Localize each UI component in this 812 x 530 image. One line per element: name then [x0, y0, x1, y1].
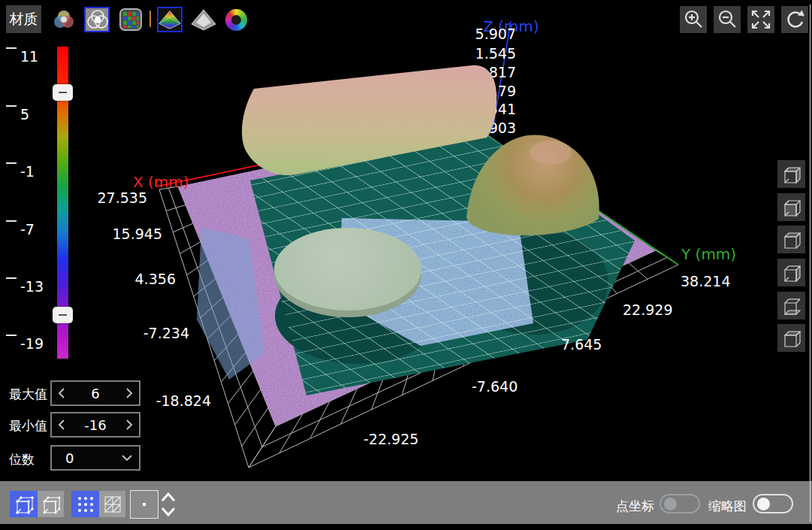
view-cube-button-5[interactable] [777, 292, 805, 320]
point-render-button-active[interactable] [71, 491, 99, 517]
zoom-in-button[interactable] [680, 6, 707, 33]
min-value: -16 [65, 417, 125, 433]
max-value-label: 最大值 [9, 386, 47, 403]
expand-arrows-icon [749, 8, 773, 32]
window-edge [810, 5, 810, 522]
gray-surface-button[interactable] [191, 7, 216, 32]
y-tick: -22.925 [364, 431, 418, 447]
colorbar-tick-mark [6, 277, 17, 279]
x-axis-label: X (mm) [133, 173, 189, 191]
toggle-knob [757, 498, 770, 510]
dome-highlight [530, 141, 572, 165]
bayer-grid-icon [119, 8, 143, 32]
view-cube-button-2[interactable] [777, 193, 805, 221]
x-tick: 27.535 [98, 189, 147, 206]
stepper-right-chevron-icon[interactable] [125, 419, 133, 431]
bayer-pattern-button[interactable] [118, 7, 143, 32]
colorbar-tick-label: -13 [20, 278, 44, 295]
y-axis-label: Y (mm) [681, 245, 736, 263]
colorbar-tick-mark [6, 47, 17, 49]
colorbar-max-handle[interactable] [53, 84, 73, 101]
digits-dropdown[interactable]: 0 [50, 445, 140, 471]
colorbar-tick-mark [6, 220, 17, 222]
thumbnail-label: 缩略图 [708, 498, 747, 515]
digits-value: 0 [58, 450, 121, 466]
point-size-preview [130, 490, 158, 519]
chevron-down-icon [121, 454, 133, 462]
cube-icon [780, 162, 804, 186]
min-value-label: 最小值 [9, 417, 47, 435]
chevron-up-icon[interactable] [161, 492, 176, 502]
view-cube-button-1[interactable] [777, 160, 805, 188]
show-points-button-active[interactable] [10, 491, 38, 517]
cube-icon [780, 294, 804, 318]
height-colormap-button[interactable] [157, 7, 183, 32]
zoom-out-button[interactable] [714, 6, 741, 33]
min-value-stepper[interactable]: -16 [50, 412, 140, 438]
y-tick: 22.929 [623, 301, 672, 318]
point-coordinates-toggle[interactable] [660, 494, 700, 513]
cube-icon [40, 493, 62, 516]
toolbar-separator [149, 11, 151, 27]
cube-icon [780, 195, 804, 220]
view-cube-button-6[interactable] [777, 324, 805, 352]
rgb-channels-button[interactable] [51, 7, 77, 32]
z-tick: 1.545 [475, 45, 516, 62]
cube-icon [780, 261, 804, 285]
colorbar-tick-mark [6, 162, 17, 164]
gray-channels-button[interactable] [84, 7, 110, 32]
toggle-knob [664, 498, 677, 510]
chevron-down-icon[interactable] [161, 507, 176, 517]
show-surface-button[interactable] [38, 491, 64, 517]
stepper-left-chevron-icon[interactable] [58, 387, 65, 399]
x-tick: 15.945 [113, 226, 162, 242]
rgb-venn-icon [52, 8, 76, 32]
point-dot-icon [143, 503, 146, 506]
point-coordinates-label: 点坐标 [616, 498, 654, 515]
mesh-grid-icon [101, 493, 124, 516]
colorbar-tick-label: -19 [20, 335, 44, 352]
color-wheel-icon [225, 9, 247, 31]
x-tick: -18.824 [156, 392, 211, 409]
gray-venn-icon [86, 8, 108, 32]
stepper-left-chevron-icon[interactable] [58, 419, 65, 431]
colorbar-tick-label: -7 [20, 221, 35, 238]
y-tick: 38.214 [681, 273, 730, 289]
point-size-stepper[interactable] [158, 490, 178, 519]
colorbar-tick-label: 11 [20, 48, 38, 65]
material-button[interactable]: 材质 [6, 5, 41, 33]
cube-icon [780, 228, 804, 252]
dots-grid-icon [74, 493, 97, 516]
stepper-right-chevron-icon[interactable] [125, 387, 133, 399]
rainbow-pyramid-icon [158, 8, 181, 32]
view-cube-button-4[interactable] [777, 259, 805, 286]
disc-object [274, 228, 421, 310]
y-tick: -7.640 [472, 378, 518, 395]
cube-points-icon [13, 493, 35, 516]
z-tick: 5.907 [475, 26, 516, 42]
cube-icon [780, 326, 804, 350]
zoom-in-icon [681, 8, 705, 32]
x-tick: 4.356 [135, 271, 176, 287]
thumbnail-toggle[interactable] [753, 494, 793, 513]
zoom-out-icon [715, 8, 739, 32]
colorbar-tick-mark [6, 105, 17, 107]
mesh-render-button[interactable] [99, 491, 125, 517]
max-value-stepper[interactable]: 6 [50, 380, 140, 406]
x-tick: -7.234 [143, 325, 189, 341]
y-tick: 7.645 [561, 336, 602, 353]
digits-label: 位数 [9, 451, 35, 468]
view-cube-button-3[interactable] [777, 226, 805, 253]
reset-view-button[interactable] [781, 6, 808, 33]
max-value: 6 [65, 386, 125, 401]
color-wheel-button[interactable] [223, 7, 249, 32]
colorbar-tick-label: -1 [20, 163, 35, 180]
gray-pyramid-icon [191, 8, 216, 32]
app-window: Z (mm) 5.907 1.545 -2.817 -7.179 -11.541… [0, 0, 812, 530]
colorbar-min-handle[interactable] [53, 307, 73, 323]
colorbar-tick-label: 5 [20, 106, 29, 123]
colorbar-tick-mark [6, 335, 17, 336]
fit-view-button[interactable] [747, 6, 774, 33]
refresh-icon [783, 8, 807, 32]
